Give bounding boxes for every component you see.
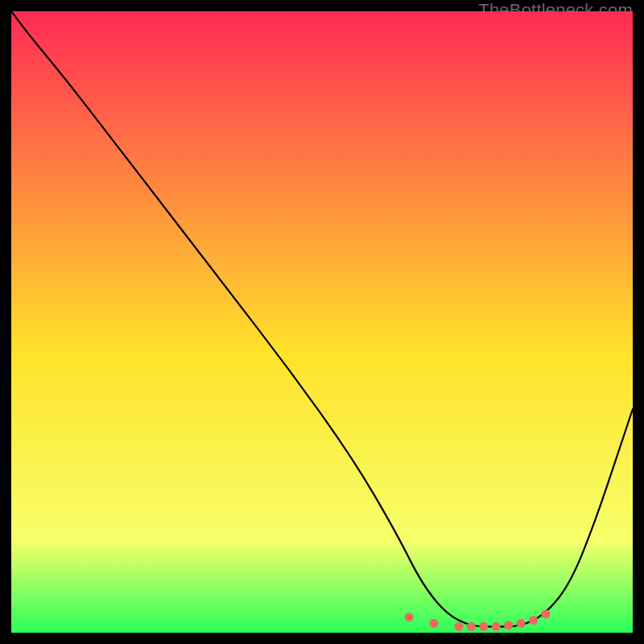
highlight-dot (405, 613, 414, 621)
highlight-dot (479, 622, 488, 631)
highlight-dot (492, 622, 501, 631)
highlight-dot (504, 621, 513, 630)
highlight-dot (517, 619, 526, 628)
bottleneck-chart (11, 11, 633, 633)
chart-frame (11, 11, 633, 633)
highlight-dot (467, 622, 476, 631)
highlight-dot (454, 622, 463, 631)
highlight-dot (529, 616, 538, 625)
gradient-background (11, 11, 633, 633)
highlight-dot (429, 619, 438, 628)
highlight-dot (541, 609, 550, 618)
